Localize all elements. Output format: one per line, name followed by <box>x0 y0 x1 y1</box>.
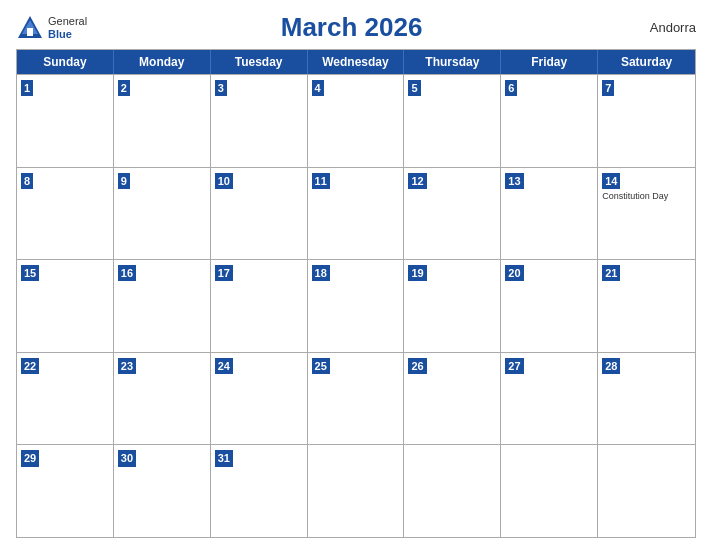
day-cell: 14Constitution Day <box>598 168 695 260</box>
day-number: 15 <box>21 265 39 281</box>
week-row-3: 15161718192021 <box>17 259 695 352</box>
header-friday: Friday <box>501 50 598 74</box>
day-number: 13 <box>505 173 523 189</box>
day-cell: 10 <box>211 168 308 260</box>
day-cell: 31 <box>211 445 308 537</box>
day-number: 20 <box>505 265 523 281</box>
day-cell: 24 <box>211 353 308 445</box>
header-tuesday: Tuesday <box>211 50 308 74</box>
day-number: 7 <box>602 80 614 96</box>
calendar-weeks: 1234567891011121314Constitution Day15161… <box>17 74 695 537</box>
day-cell: 27 <box>501 353 598 445</box>
day-cell: 23 <box>114 353 211 445</box>
day-number: 12 <box>408 173 426 189</box>
day-cell: 3 <box>211 75 308 167</box>
day-number: 21 <box>602 265 620 281</box>
header-monday: Monday <box>114 50 211 74</box>
day-number: 25 <box>312 358 330 374</box>
day-cell: 13 <box>501 168 598 260</box>
event-label: Constitution Day <box>602 191 691 202</box>
day-number: 28 <box>602 358 620 374</box>
calendar-header: General Blue March 2026 Andorra <box>16 12 696 43</box>
day-number: 1 <box>21 80 33 96</box>
day-cell: 5 <box>404 75 501 167</box>
day-number: 10 <box>215 173 233 189</box>
day-number: 16 <box>118 265 136 281</box>
day-cell <box>308 445 405 537</box>
day-cell: 18 <box>308 260 405 352</box>
day-number: 19 <box>408 265 426 281</box>
day-cell: 29 <box>17 445 114 537</box>
header-saturday: Saturday <box>598 50 695 74</box>
day-number: 14 <box>602 173 620 189</box>
week-row-4: 22232425262728 <box>17 352 695 445</box>
logo: General Blue <box>16 14 87 42</box>
day-number: 29 <box>21 450 39 466</box>
day-number: 8 <box>21 173 33 189</box>
header-wednesday: Wednesday <box>308 50 405 74</box>
day-number: 24 <box>215 358 233 374</box>
logo-general-text: General <box>48 15 87 27</box>
svg-rect-2 <box>27 28 33 36</box>
day-cell: 16 <box>114 260 211 352</box>
day-number: 3 <box>215 80 227 96</box>
day-cell <box>501 445 598 537</box>
day-number: 18 <box>312 265 330 281</box>
week-row-2: 891011121314Constitution Day <box>17 167 695 260</box>
logo-icon <box>16 14 44 42</box>
calendar-page: General Blue March 2026 Andorra Sunday M… <box>0 0 712 550</box>
day-number: 22 <box>21 358 39 374</box>
day-number: 17 <box>215 265 233 281</box>
day-cell: 28 <box>598 353 695 445</box>
day-cell: 25 <box>308 353 405 445</box>
day-cell: 2 <box>114 75 211 167</box>
day-number: 23 <box>118 358 136 374</box>
day-cell: 30 <box>114 445 211 537</box>
logo-blue-text: Blue <box>48 28 87 40</box>
day-cell: 26 <box>404 353 501 445</box>
day-cell <box>404 445 501 537</box>
header-thursday: Thursday <box>404 50 501 74</box>
country-name: Andorra <box>616 20 696 35</box>
day-cell: 19 <box>404 260 501 352</box>
day-cell: 8 <box>17 168 114 260</box>
day-number: 30 <box>118 450 136 466</box>
day-number: 6 <box>505 80 517 96</box>
day-number: 9 <box>118 173 130 189</box>
week-row-1: 1234567 <box>17 74 695 167</box>
day-number: 4 <box>312 80 324 96</box>
calendar-title: March 2026 <box>87 12 616 43</box>
day-cell: 12 <box>404 168 501 260</box>
day-cell: 1 <box>17 75 114 167</box>
day-number: 31 <box>215 450 233 466</box>
calendar-grid: Sunday Monday Tuesday Wednesday Thursday… <box>16 49 696 538</box>
day-cell: 21 <box>598 260 695 352</box>
header-sunday: Sunday <box>17 50 114 74</box>
day-headers-row: Sunday Monday Tuesday Wednesday Thursday… <box>17 50 695 74</box>
logo-text: General Blue <box>48 15 87 39</box>
day-cell: 22 <box>17 353 114 445</box>
day-cell: 9 <box>114 168 211 260</box>
day-number: 2 <box>118 80 130 96</box>
day-cell: 11 <box>308 168 405 260</box>
day-cell: 20 <box>501 260 598 352</box>
day-cell <box>598 445 695 537</box>
day-cell: 7 <box>598 75 695 167</box>
day-cell: 4 <box>308 75 405 167</box>
day-cell: 17 <box>211 260 308 352</box>
week-row-5: 293031 <box>17 444 695 537</box>
day-cell: 15 <box>17 260 114 352</box>
day-number: 26 <box>408 358 426 374</box>
day-cell: 6 <box>501 75 598 167</box>
day-number: 11 <box>312 173 330 189</box>
day-number: 5 <box>408 80 420 96</box>
day-number: 27 <box>505 358 523 374</box>
